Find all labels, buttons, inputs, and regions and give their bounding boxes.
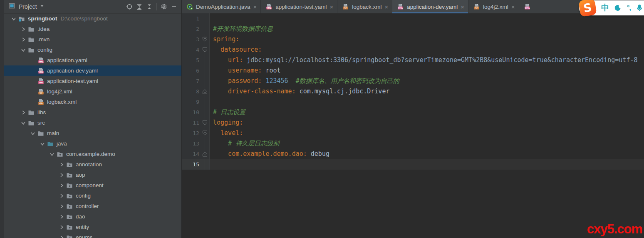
code-text[interactable] (209, 13, 644, 24)
editor-line-13[interactable]: 13 # 持久层日志级别 (182, 138, 644, 149)
tree-item-application-yaml[interactable]: YMLapplication.yaml (4, 55, 181, 65)
tree-item-config[interactable]: config (4, 45, 181, 55)
code-text[interactable] (209, 97, 644, 107)
tree-item-springboot[interactable]: springbootD:\code\springboot (4, 13, 181, 24)
editor-line-9[interactable]: 9 (182, 97, 644, 107)
project-tree[interactable]: springbootD:\code\springboot.idea.mvncon… (4, 13, 181, 238)
hide-panel-button[interactable] (169, 2, 179, 12)
voice-input-button[interactable] (636, 5, 643, 11)
editor-line-15[interactable]: 15 (182, 159, 644, 170)
tree-item-application-dev-yaml[interactable]: YMLapplication-dev.yaml (4, 65, 181, 76)
code-text[interactable]: driver-class-name: com.mysql.cj.jdbc.Dri… (209, 86, 644, 97)
code-text[interactable]: com.example.demo.dao: debug (209, 149, 644, 159)
tree-item-log4j2-xml[interactable]: <>log4j2.xml (4, 86, 181, 97)
editor-line-5[interactable]: 5 url: jdbc:mysql://localhost:3306/sprin… (182, 55, 644, 65)
chevron-right-icon[interactable] (57, 161, 66, 168)
editor-line-11[interactable]: 11logging: (182, 118, 644, 128)
tab-application-test-yaml[interactable]: YMLapplication-test.yaml× (261, 0, 337, 13)
tree-item-dao[interactable]: dao (4, 211, 181, 222)
tab-demoapplication-java[interactable]: DemoApplication.java× (182, 0, 261, 13)
night-mode-button[interactable] (614, 5, 622, 11)
fold-end-marker[interactable] (201, 86, 209, 97)
tree-item-enums[interactable]: enums (4, 232, 181, 238)
code-text[interactable]: # 日志设置 (209, 107, 644, 118)
chevron-right-icon[interactable] (19, 36, 28, 43)
chevron-down-icon[interactable] (38, 140, 47, 147)
editor-line-7[interactable]: 7 password: 123456 #数据库名、用户名和密码改为自己的 (182, 76, 644, 86)
tree-item-aop[interactable]: aop (4, 170, 181, 180)
tree-item-annotation[interactable]: annotation (4, 159, 181, 170)
collapse-all-button[interactable] (144, 2, 154, 12)
sogou-logo[interactable]: S (578, 0, 597, 17)
chevron-right-icon[interactable] (19, 109, 28, 116)
tab-item[interactable]: YML (519, 0, 550, 13)
editor-line-1[interactable]: 1 (182, 13, 644, 24)
close-tab-icon[interactable]: × (511, 4, 515, 10)
chevron-right-icon[interactable] (57, 203, 66, 210)
tab-log4j2-xml[interactable]: <>log4j2.xml× (468, 0, 519, 13)
chevron-right-icon[interactable] (57, 182, 66, 189)
editor-line-4[interactable]: 4 datasource: (182, 45, 644, 55)
code-text[interactable]: password: 123456 #数据库名、用户名和密码改为自己的 (209, 76, 644, 86)
code-text[interactable]: spring: (209, 34, 644, 45)
locate-button[interactable] (124, 2, 134, 12)
editor-line-14[interactable]: 14 com.example.demo.dao: debug (182, 149, 644, 159)
fold-end-marker[interactable] (201, 149, 209, 159)
chevron-down-icon[interactable] (19, 47, 28, 53)
editor-line-8[interactable]: 8 driver-class-name: com.mysql.cj.jdbc.D… (182, 86, 644, 97)
chevron-right-icon[interactable] (57, 193, 66, 199)
punctuation-mode-button[interactable]: °, (627, 4, 631, 12)
close-tab-icon[interactable]: × (384, 4, 388, 10)
tree-item-application-test-yaml[interactable]: YMLapplication-test.yaml (4, 76, 181, 86)
fold-start-marker[interactable] (201, 128, 209, 138)
chinese-mode-button[interactable]: 中 (601, 3, 609, 13)
chevron-down-icon[interactable] (28, 130, 37, 137)
tree-item-java[interactable]: java (4, 138, 181, 149)
chevron-down-icon[interactable] (47, 151, 57, 158)
chevron-down-icon[interactable] (9, 15, 18, 22)
expand-all-button[interactable] (134, 2, 144, 12)
code-text[interactable]: datasource: (209, 45, 644, 55)
code-text[interactable]: # 持久层日志级别 (209, 138, 644, 149)
tree-item-idea[interactable]: .idea (4, 24, 181, 34)
tree-item-logback-xml[interactable]: <>logback.xml (4, 97, 181, 107)
code-text[interactable] (209, 159, 644, 170)
editor-pane[interactable]: 12#开发环境数据库信息3spring:4 datasource:5 url: … (182, 13, 644, 238)
settings-button[interactable] (159, 2, 169, 12)
editor-line-3[interactable]: 3spring: (182, 34, 644, 45)
editor-line-10[interactable]: 10# 日志设置 (182, 107, 644, 118)
tab-logback-xml[interactable]: <>logback.xml× (337, 0, 392, 13)
editor-line-6[interactable]: 6 username: root (182, 65, 644, 76)
close-tab-icon[interactable]: × (461, 4, 464, 10)
panel-title[interactable]: Project (19, 3, 37, 10)
code-text[interactable]: logging: (209, 118, 644, 128)
chevron-down-icon[interactable] (39, 3, 45, 11)
close-tab-icon[interactable]: × (329, 4, 333, 10)
tree-item-config[interactable]: config (4, 190, 181, 201)
chevron-right-icon[interactable] (57, 224, 66, 230)
tree-item-src[interactable]: src (4, 118, 181, 128)
chevron-down-icon[interactable] (19, 120, 28, 126)
fold-start-marker[interactable] (201, 45, 209, 55)
tree-item-entity[interactable]: entity (4, 222, 181, 232)
code-text[interactable]: username: root (209, 65, 644, 76)
tree-item-mvn[interactable]: .mvn (4, 34, 181, 45)
chevron-right-icon[interactable] (57, 172, 66, 178)
tree-item-libs[interactable]: libs (4, 107, 181, 118)
close-tab-icon[interactable]: × (253, 4, 257, 10)
code-text[interactable]: level: (209, 128, 644, 138)
tab-application-dev-yaml[interactable]: YMLapplication-dev.yaml× (392, 0, 468, 13)
tree-item-component[interactable]: component (4, 180, 181, 190)
tree-item-main[interactable]: main (4, 128, 181, 138)
chevron-right-icon[interactable] (57, 234, 66, 238)
fold-start-marker[interactable] (201, 34, 209, 45)
code-text[interactable]: #开发环境数据库信息 (209, 24, 644, 34)
chevron-right-icon[interactable] (19, 26, 28, 33)
editor-line-2[interactable]: 2#开发环境数据库信息 (182, 24, 644, 34)
tree-item-com-example-demo[interactable]: com.example.demo (4, 149, 181, 159)
chevron-right-icon[interactable] (57, 213, 66, 220)
code-text[interactable]: url: jdbc:mysql://localhost:3306/springb… (209, 55, 644, 65)
editor-line-12[interactable]: 12 level: (182, 128, 644, 138)
tree-item-controller[interactable]: controller (4, 201, 181, 211)
fold-start-marker[interactable] (201, 118, 209, 128)
